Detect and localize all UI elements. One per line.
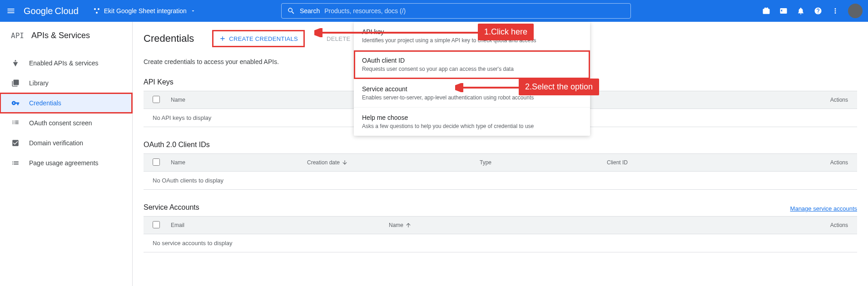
arrow-down-icon [342,159,348,166]
col-actions: Actions [830,159,848,166]
avatar[interactable] [848,4,863,18]
more-icon[interactable] [831,6,840,15]
logo-google: Google [24,6,53,16]
sidebar-item-page-usage[interactable]: Page usage agreements [0,153,132,173]
svg-point-0 [94,8,96,10]
col-type[interactable]: Type [480,159,607,166]
col-creation[interactable]: Creation date [307,159,480,166]
svg-point-1 [98,8,99,10]
sidebar-title: API APIs & Services [0,22,132,49]
sidebar-item-library[interactable]: Library [0,73,132,93]
library-icon [11,79,20,88]
search-input[interactable] [324,7,625,15]
project-name: Ekit Google Sheet integration [104,7,187,15]
delete-button[interactable]: DELETE [323,32,354,46]
sidebar-item-label: Domain verification [29,139,83,147]
sidebar-item-domain-verification[interactable]: Domain verification [0,133,132,153]
dropdown-item-desc: Identifies your project using a simple A… [362,37,582,44]
help-icon[interactable] [813,6,823,15]
delete-button-label: DELETE [327,35,350,42]
sidebar-item-label: Credentials [29,99,61,107]
logo[interactable]: Google Cloud [24,6,79,16]
sidebar-item-oauth-consent[interactable]: OAuth consent screen [0,113,132,133]
empty-state: No OAuth clients to display [144,172,857,190]
dropdown-item-title: OAuth client ID [362,57,582,64]
svg-point-2 [96,12,98,14]
menu-icon[interactable] [5,5,16,16]
dropdown-item-desc: Asks a few questions to help you decide … [362,123,582,129]
check-icon [11,138,20,148]
search-bar[interactable]: Search [281,3,631,19]
key-icon [11,99,20,108]
project-icon [93,7,100,15]
search-icon [287,7,295,15]
sidebar-item-credentials[interactable]: Credentials [0,93,132,113]
sidebar-item-label: Enabled APIs & services [29,59,99,67]
create-credentials-button[interactable]: CREATE CREDENTIALS [212,30,305,47]
service-accounts-section: Service Accounts Manage service accounts… [144,203,857,252]
col-actions: Actions [830,97,848,103]
table-header: Name Creation date Type Client ID Action… [144,153,857,172]
sidebar-item-label: OAuth consent screen [29,119,92,127]
section-title: OAuth 2.0 Client IDs [144,141,857,149]
dropdown-item-api-key[interactable]: API key Identifies your project using a … [354,22,590,50]
section-title: Service Accounts [144,203,857,212]
col-actions: Actions [830,222,848,228]
console-icon[interactable] [779,6,788,15]
oauth-section: OAuth 2.0 Client IDs Name Creation date … [144,141,857,190]
content: Credentials CREATE CREDENTIALS DELETE Cr… [133,22,868,286]
dropdown-item-title: Service account [362,85,582,93]
col-name[interactable]: Name [171,159,307,166]
consent-icon [11,118,20,128]
dropdown-item-title: API key [362,28,582,35]
select-all-checkbox[interactable] [153,96,160,103]
api-icon: API [11,31,24,40]
col-clientid[interactable]: Client ID [607,159,830,166]
list-icon [11,158,20,168]
table-header: Email Name Actions [144,216,857,234]
plus-icon [219,35,226,42]
top-bar: Google Cloud Ekit Google Sheet integrati… [0,0,868,22]
dropdown-item-desc: Requests user consent so your app can ac… [362,66,582,72]
dropdown-item-desc: Enables server-to-server, app-level auth… [362,94,582,101]
topbar-actions [762,4,863,18]
project-picker[interactable]: Ekit Google Sheet integration [89,5,199,16]
dropdown-item-help-me-choose[interactable]: Help me choose Asks a few questions to h… [354,108,590,136]
logo-cloud: Cloud [55,6,79,16]
empty-state: No service accounts to display [144,234,857,252]
sidebar-item-enabled-apis[interactable]: Enabled APIs & services [0,53,132,73]
sidebar-title-text: APIs & Services [31,31,90,40]
search-label: Search [300,7,320,15]
sidebar-item-label: Library [29,79,49,87]
gift-icon[interactable] [762,6,771,15]
create-button-label: CREATE CREDENTIALS [229,35,298,42]
manage-service-accounts-link[interactable]: Manage service accounts [790,205,857,212]
col-email[interactable]: Email [171,222,389,228]
arrow-up-icon [405,222,412,228]
col-name[interactable]: Name [389,222,830,228]
bell-icon[interactable] [796,6,805,15]
col-name[interactable]: Name [171,97,307,103]
diamond-icon [11,59,20,68]
select-all-checkbox[interactable] [153,158,160,166]
sidebar-item-label: Page usage agreements [29,159,99,167]
select-all-checkbox[interactable] [153,221,160,228]
dropdown-item-title: Help me choose [362,114,582,121]
create-credentials-dropdown: API key Identifies your project using a … [354,22,590,136]
chevron-down-icon [190,8,196,14]
page-title: Credentials [144,33,194,44]
sidebar: API APIs & Services Enabled APIs & servi… [0,22,133,286]
dropdown-item-service-account[interactable]: Service account Enables server-to-server… [354,79,590,108]
dropdown-item-oauth-client-id[interactable]: OAuth client ID Requests user consent so… [354,50,590,79]
